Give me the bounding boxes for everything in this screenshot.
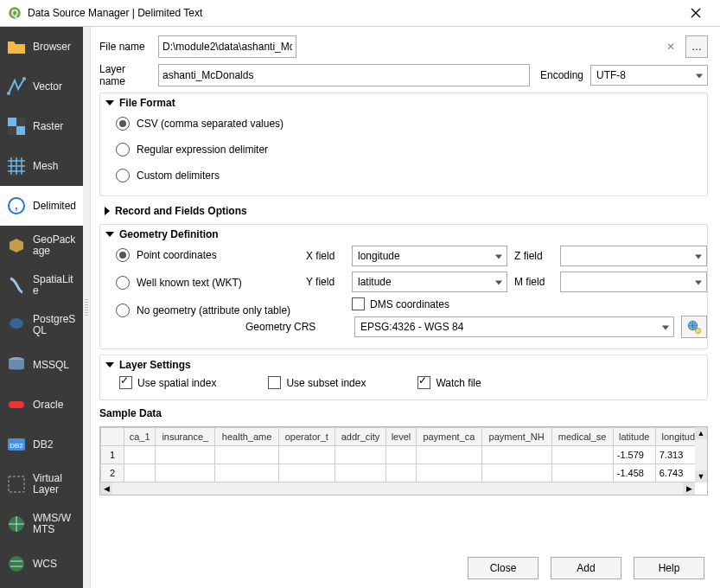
sidebar-item-label: Delimited [33,201,78,212]
column-header[interactable]: operator_t [278,428,335,446]
sidebar-item-label: WMS/WMTS [33,513,78,535]
mesh-icon [5,155,28,177]
column-header[interactable]: payment_NH [481,428,551,446]
close-button[interactable]: Close [468,557,538,579]
chevron-down-icon [105,362,114,368]
watch-file-checkbox[interactable] [417,376,430,389]
sidebar-item-label: Browser [33,42,78,53]
vertical-scrollbar[interactable]: ▲ ▼ [695,427,707,483]
sidebar-item-vector[interactable]: Vector [0,67,83,106]
raster-icon [5,115,28,137]
sidebar-item-mssql[interactable]: MSSQL [0,345,83,385]
svg-point-9 [10,318,23,329]
virtual-icon [5,473,28,495]
close-icon[interactable] [679,1,713,25]
geometry-definition-header[interactable]: Geometry Definition [100,225,707,242]
scroll-down-icon[interactable]: ▼ [695,470,707,483]
sidebar-item-mesh[interactable]: Mesh [0,146,83,186]
browse-button[interactable]: … [685,35,708,58]
add-button[interactable]: Add [551,557,621,579]
scroll-left-icon[interactable]: ◀ [100,483,112,495]
table-cell [124,446,156,464]
clear-file-name-icon[interactable]: ✕ [666,41,675,53]
geometry-radio-0[interactable] [116,248,130,262]
column-header[interactable]: ca_1 [124,428,156,446]
row-number: 1 [101,446,124,464]
sidebar-item-postgresql[interactable]: PostgreSQL [0,305,83,345]
svg-point-23 [696,329,701,334]
encoding-label: Encoding [540,69,583,81]
sidebar-item-db2[interactable]: DB2DB2 [0,425,83,464]
file-format-radio-0[interactable] [116,117,130,131]
geometry-radio-2[interactable] [116,304,130,317]
sample-data-table: ca_1insurance_health_ameoperator_taddr_c… [99,426,708,495]
table-row[interactable]: 1-1.5797.313 [101,446,707,464]
spatialite-icon [5,274,28,297]
table-cell [416,464,481,483]
column-header[interactable]: addr_city [335,428,385,446]
scroll-right-icon[interactable]: ▶ [683,483,695,495]
record-fields-header[interactable]: Record and Fields Options [99,201,708,219]
table-cell [215,446,278,464]
file-name-input[interactable] [158,35,296,58]
horizontal-scrollbar[interactable]: ◀ ▶ [100,483,695,495]
table-cell [124,464,156,483]
file-format-radio-2[interactable] [116,169,130,182]
geometry-option-label: Well known text (WKT) [137,277,242,289]
sidebar-item-wms-wmts[interactable]: WMS/WMTS [0,504,83,544]
help-button[interactable]: Help [634,557,704,579]
sidebar-resize-handle[interactable] [83,27,91,588]
geometry-crs-combo[interactable]: EPSG:4326 - WGS 84 [354,316,674,337]
sidebar-item-geopackage[interactable]: GeoPackage [0,226,83,265]
m-field-combo[interactable] [560,272,707,292]
x-field-combo[interactable]: longitude [352,246,507,266]
svg-rect-6 [16,126,25,135]
db2-icon: DB2 [5,433,28,456]
chevron-down-icon [105,232,114,237]
subset-index-checkbox[interactable] [268,376,281,389]
svg-text:DB2: DB2 [10,442,23,450]
chevron-down-icon [105,100,114,105]
spatial-index-checkbox[interactable] [119,376,132,389]
select-crs-button[interactable] [681,316,707,338]
column-header[interactable]: level [386,428,417,446]
table-cell [335,464,385,483]
sidebar-item-delimited[interactable]: ,Delimited [0,186,83,226]
geometry-radio-1[interactable] [116,276,130,290]
z-field-label: Z field [514,250,553,262]
column-header[interactable]: latitude [613,428,655,446]
row-number: 2 [101,464,124,483]
file-format-radio-1[interactable] [116,143,130,157]
sidebar-item-wcs[interactable]: WCS [0,544,83,584]
layer-name-input[interactable] [158,64,530,86]
column-header[interactable]: medical_se [551,428,613,446]
sidebar-item-virtual-layer[interactable]: Virtual Layer [0,464,83,504]
column-header[interactable]: insurance_ [156,428,215,446]
content-panel: File name ✕ … Layer name Encoding UTF-8 … [91,27,720,588]
encoding-combo[interactable]: UTF-8 [590,65,708,86]
sidebar-item-label: MSSQL [33,360,78,371]
table-cell [386,464,417,483]
table-cell [551,464,613,483]
layer-settings-header[interactable]: Layer Settings [100,355,707,373]
sidebar-item-label: WCS [33,559,78,570]
sidebar-item-label: Virtual Layer [33,473,78,495]
file-format-header[interactable]: File Format [100,93,707,111]
dms-checkbox[interactable] [352,297,365,310]
table-row[interactable]: 2-1.4586.743 [101,464,707,483]
column-header[interactable]: payment_ca [416,428,481,446]
oracle-icon [5,393,28,416]
sidebar-item-oracle[interactable]: Oracle [0,385,83,425]
z-field-combo[interactable] [560,246,707,266]
y-field-combo[interactable]: latitude [352,272,507,292]
table-cell: -1.458 [613,464,655,483]
sidebar-item-raster[interactable]: Raster [0,106,83,146]
column-header[interactable]: health_ame [215,428,278,446]
sidebar-item-spatialite[interactable]: SpatiaLite [0,265,83,305]
table-cell [416,446,481,464]
table-cell [215,464,278,483]
scroll-up-icon[interactable]: ▲ [695,427,707,439]
sidebar-item-wfs[interactable]: WFS [0,584,83,588]
sidebar-item-browser[interactable]: Browser [0,27,83,67]
delimited-icon: , [5,195,28,217]
